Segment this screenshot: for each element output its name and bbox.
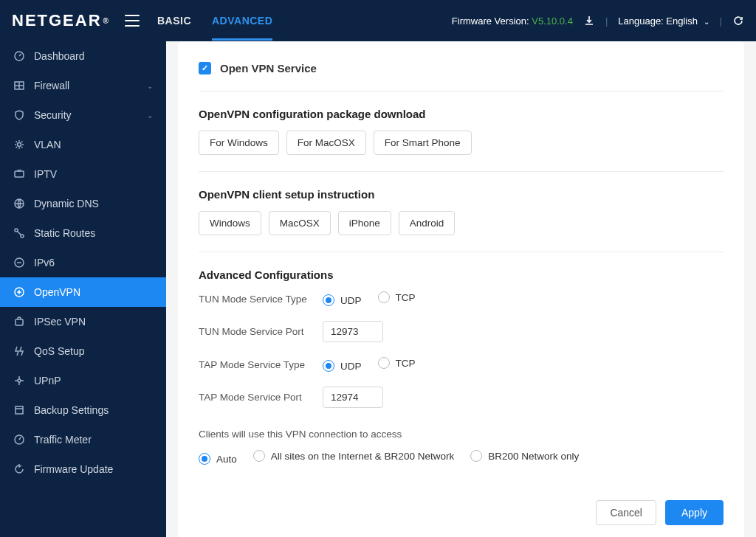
tab-advanced[interactable]: ADVANCED xyxy=(212,1,272,41)
sidebar-item-firmware-update[interactable]: Firmware Update xyxy=(0,454,166,484)
sidebar-item-traffic-meter[interactable]: Traffic Meter xyxy=(0,425,166,454)
svg-rect-9 xyxy=(16,319,23,325)
enable-openvpn-checkbox[interactable]: ✓ xyxy=(199,62,211,75)
sidebar-item-label: IPSec VPN xyxy=(34,316,86,328)
tun-type-label: TUN Mode Service Type xyxy=(199,294,309,305)
gear-icon xyxy=(13,139,25,150)
download-title: OpenVPN configuration package download xyxy=(199,108,724,120)
shield-icon xyxy=(13,109,25,121)
radio-label-text: Auto xyxy=(216,454,237,465)
footer-actions: Cancel Apply xyxy=(199,481,724,525)
chevron-down-icon: ⌄ xyxy=(704,18,709,26)
registered-icon: ® xyxy=(103,17,110,25)
routes-icon xyxy=(13,227,25,239)
upnp-icon xyxy=(13,375,25,387)
tun-port-input[interactable] xyxy=(323,321,383,342)
tap-port-label: TAP Mode Service Port xyxy=(199,392,309,403)
svg-point-5 xyxy=(15,229,18,232)
download-for-windows-button[interactable]: For Windows xyxy=(199,131,279,155)
app-header: NETGEAR® BASIC ADVANCED Firmware Version… xyxy=(0,0,756,41)
sidebar-item-ipsec-vpn[interactable]: IPSec VPN xyxy=(0,307,166,336)
tap-type-tcp-radio[interactable]: TCP xyxy=(378,357,416,369)
sidebar-item-label: IPTV xyxy=(34,168,57,180)
sidebar-item-security[interactable]: Security⌄ xyxy=(0,100,166,130)
radio-icon xyxy=(323,294,334,306)
sidebar-item-dynamic-dns[interactable]: Dynamic DNS xyxy=(0,189,166,218)
enable-section: ✓ Open VPN Service xyxy=(199,60,724,91)
meter-icon xyxy=(13,434,25,446)
sidebar-item-firewall[interactable]: Firewall⌄ xyxy=(0,71,166,100)
sidebar-item-openvpn[interactable]: OpenVPN xyxy=(0,277,166,307)
tun-type-row: TUN Mode Service Type UDPTCP xyxy=(199,291,724,306)
brand-text: NETGEAR xyxy=(12,11,102,30)
language-value: English xyxy=(666,15,698,27)
sidebar-item-label: Security xyxy=(34,109,72,121)
main-panel: ✓ Open VPN Service OpenVPN configuration… xyxy=(166,41,756,537)
tap-port-row: TAP Mode Service Port xyxy=(199,387,724,408)
backup-icon xyxy=(13,404,25,416)
sidebar-item-static-routes[interactable]: Static Routes xyxy=(0,218,166,248)
radio-icon xyxy=(378,291,390,303)
tap-type-udp-radio[interactable]: UDP xyxy=(323,360,362,372)
chevron-down-icon: ⌄ xyxy=(147,111,153,119)
language-label: Language: xyxy=(618,15,663,27)
sidebar-item-label: OpenVPN xyxy=(34,286,80,298)
header-right: Firmware Version: V5.10.0.4 | Language: … xyxy=(452,15,744,27)
instruction-windows-button[interactable]: Windows xyxy=(199,211,261,235)
instruction-android-button[interactable]: Android xyxy=(399,211,456,235)
update-icon xyxy=(13,463,25,475)
sidebar-item-backup-settings[interactable]: Backup Settings xyxy=(0,395,166,425)
sidebar-item-upnp[interactable]: UPnP xyxy=(0,366,166,395)
tap-port-input[interactable] xyxy=(323,387,383,408)
tab-basic[interactable]: BASIC xyxy=(157,1,191,41)
download-icon[interactable] xyxy=(583,15,595,27)
sidebar-item-label: Static Routes xyxy=(34,227,95,239)
download-for-smart-phone-button[interactable]: For Smart Phone xyxy=(374,131,472,155)
firewall-icon xyxy=(13,80,25,91)
svg-point-10 xyxy=(18,379,21,382)
sidebar-item-qos-setup[interactable]: QoS Setup xyxy=(0,336,166,366)
radio-label-text: UDP xyxy=(340,295,362,306)
firmware-label: Firmware Version: xyxy=(452,15,529,27)
sidebar-item-label: QoS Setup xyxy=(34,345,85,357)
sidebar-item-iptv[interactable]: IPTV xyxy=(0,159,166,189)
tun-type-udp-radio[interactable]: UDP xyxy=(323,294,362,306)
instructions-title: OpenVPN client setup instruction xyxy=(199,188,724,201)
firmware-version: Firmware Version: V5.10.0.4 xyxy=(452,15,573,27)
radio-icon xyxy=(470,450,482,462)
radio-icon xyxy=(199,453,210,465)
instruction-iphone-button[interactable]: iPhone xyxy=(338,211,391,235)
advanced-section: Advanced Configurations TUN Mode Service… xyxy=(199,252,724,481)
sidebar-item-dashboard[interactable]: Dashboard xyxy=(0,41,166,71)
radio-label-text: All sites on the Internet & BR200 Networ… xyxy=(271,451,454,462)
sidebar-item-label: VLAN xyxy=(34,139,61,150)
sidebar-item-label: UPnP xyxy=(34,375,61,387)
svg-rect-11 xyxy=(16,406,23,414)
settings-card: ✓ Open VPN Service OpenVPN configuration… xyxy=(178,41,744,537)
sidebar-item-vlan[interactable]: VLAN xyxy=(0,130,166,159)
tun-type-tcp-radio[interactable]: TCP xyxy=(378,291,416,303)
tun-port-label: TUN Mode Service Port xyxy=(199,326,309,337)
gauge-icon xyxy=(13,50,25,62)
cancel-button[interactable]: Cancel xyxy=(596,500,656,525)
access-auto-radio[interactable]: Auto xyxy=(199,453,237,465)
divider: | xyxy=(720,15,722,27)
download-for-macosx-button[interactable]: For MacOSX xyxy=(286,131,366,155)
enable-label: Open VPN Service xyxy=(220,62,317,75)
ipv6-icon xyxy=(13,257,25,268)
refresh-icon[interactable] xyxy=(732,15,744,27)
access-label: Clients will use this VPN connection to … xyxy=(199,429,724,440)
instruction-macosx-button[interactable]: MacOSX xyxy=(269,211,331,235)
radio-label-text: TCP xyxy=(396,358,416,369)
advanced-title: Advanced Configurations xyxy=(199,268,724,281)
svg-point-2 xyxy=(18,143,21,147)
firmware-value: V5.10.0.4 xyxy=(532,15,573,27)
language-selector[interactable]: Language: English ⌄ xyxy=(618,15,709,27)
menu-toggle-icon[interactable] xyxy=(125,15,140,27)
apply-button[interactable]: Apply xyxy=(665,500,724,525)
instructions-section: OpenVPN client setup instruction Windows… xyxy=(199,172,724,252)
access-br200-network-only-radio[interactable]: BR200 Network only xyxy=(470,450,579,462)
sidebar-item-ipv6[interactable]: IPv6 xyxy=(0,248,166,277)
tap-type-label: TAP Mode Service Type xyxy=(199,359,309,370)
access-all-sites-on-the-internet-br200-network-radio[interactable]: All sites on the Internet & BR200 Networ… xyxy=(253,450,454,462)
